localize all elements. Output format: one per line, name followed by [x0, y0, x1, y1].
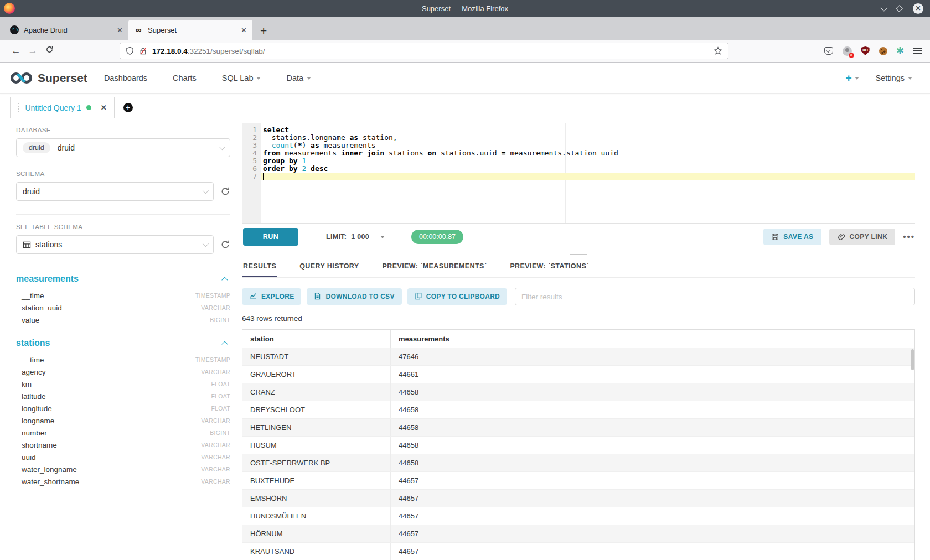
query-tab-bar: Untitled Query 1 ✕ + — [0, 94, 930, 118]
window-close-icon[interactable]: ✕ — [913, 3, 923, 14]
results-tab-preview-stations[interactable]: PREVIEW: `STATIONS` — [509, 257, 590, 277]
window-title: Superset — Mozilla Firefox — [0, 4, 930, 13]
table-row: BUXTEHUDE44657 — [242, 472, 914, 490]
settings-menu[interactable]: Settings — [876, 74, 912, 82]
window-maximize-icon[interactable] — [896, 5, 903, 12]
save-icon — [771, 233, 779, 241]
elapsed-timer-badge: 00:00:00.87 — [411, 230, 463, 244]
extension-profile-icon[interactable] — [843, 46, 852, 56]
menu-hamburger-icon[interactable] — [913, 48, 922, 54]
schema-table-header-measurements[interactable]: measurements — [16, 274, 230, 284]
cell-station: GRAUERORT — [242, 366, 391, 383]
sql-editor[interactable]: 1234567 select stations.longname as stat… — [242, 123, 915, 223]
column-header-measurements[interactable]: measurements — [391, 335, 914, 343]
cookie-extension-icon[interactable] — [879, 47, 887, 55]
line-number: 3 — [242, 142, 257, 149]
superset-logo-icon — [10, 71, 33, 85]
line-number: 5 — [242, 157, 257, 165]
file-icon — [314, 292, 321, 302]
run-button[interactable]: RUN — [243, 228, 298, 246]
results-actions-row: EXPLOREDOWNLOAD TO CSVCOPY TO CLIPBOARD — [242, 288, 915, 305]
forward-button[interactable]: → — [24, 45, 41, 56]
druid-favicon-icon — [10, 25, 19, 34]
table-value: stations — [35, 240, 62, 249]
nav-item-data[interactable]: Data — [286, 74, 311, 82]
nav-item-charts[interactable]: Charts — [173, 74, 197, 82]
column-type: FLOAT — [211, 405, 230, 412]
ublock-shield-icon[interactable]: uO — [861, 46, 870, 55]
limit-dropdown[interactable]: LIMIT: 1 000 — [326, 233, 385, 241]
cell-station: KRAUTSAND — [242, 543, 391, 560]
browser-tab-apache-druid[interactable]: Apache Druid ✕ — [4, 20, 128, 40]
schema-column-row: uuidVARCHAR — [16, 451, 230, 463]
reload-button[interactable] — [41, 45, 58, 56]
url-bar[interactable]: 172.18.0.4:32251/superset/sqllab/ — [120, 43, 728, 59]
copy-link-button[interactable]: COPY LINK — [829, 229, 896, 245]
results-tab-preview-measurements[interactable]: PREVIEW: `MEASUREMENTS` — [381, 257, 488, 277]
refresh-tables-button[interactable] — [220, 240, 230, 250]
chevron-down-icon — [908, 77, 912, 80]
window-minimize-icon[interactable] — [881, 4, 888, 11]
refresh-icon — [220, 186, 230, 196]
schema-column-row: water_shortnameVARCHAR — [16, 475, 230, 488]
superset-brand-link[interactable]: Superset — [10, 71, 87, 85]
table-row: EMSHÖRN44657 — [242, 490, 914, 507]
shield-icon[interactable] — [126, 46, 134, 55]
database-select[interactable]: druid druid — [16, 138, 230, 157]
copy-to-clipboard-button[interactable]: COPY TO CLIPBOARD — [407, 288, 507, 305]
refresh-icon — [220, 240, 230, 250]
browser-tab-superset[interactable]: ∞ Superset ✕ — [128, 20, 252, 40]
pocket-icon[interactable] — [824, 47, 833, 55]
text-cursor — [263, 173, 264, 180]
editor-code[interactable]: select stations.longname as station, cou… — [261, 123, 915, 223]
add-new-menu[interactable]: + — [845, 72, 859, 84]
table-row: NEUSTADT47646 — [242, 348, 914, 366]
tab-close-icon[interactable]: ✕ — [117, 26, 123, 34]
explore-button[interactable]: EXPLORE — [242, 288, 301, 305]
browser-tabstrip: Apache Druid ✕ ∞ Superset ✕ + — [0, 17, 930, 40]
nav-item-sql-lab[interactable]: SQL Lab — [222, 74, 261, 82]
editor-gutter: 1234567 — [242, 123, 261, 223]
pane-splitter-handle[interactable] — [242, 250, 915, 257]
new-tab-button[interactable]: + — [260, 25, 267, 37]
asterisk-extension-icon[interactable]: ✱ — [897, 46, 904, 55]
code-token: from — [263, 149, 280, 157]
column-type: VARCHAR — [201, 442, 230, 448]
save-as-button[interactable]: SAVE AS — [763, 229, 821, 245]
query-tab-close-icon[interactable]: ✕ — [101, 103, 107, 112]
cell-measurements: 44658 — [391, 423, 914, 432]
schema-column-row: agencyVARCHAR — [16, 366, 230, 378]
tab-close-icon[interactable]: ✕ — [241, 26, 247, 34]
cell-station: OSTE-SPERRWERK BP — [242, 454, 391, 471]
code-token — [263, 141, 272, 149]
table-row: HUNDSMÜHLEN44657 — [242, 507, 914, 525]
bookmark-star-icon[interactable] — [714, 46, 722, 55]
column-type: VARCHAR — [201, 466, 230, 473]
code-token: ( — [293, 141, 298, 149]
refresh-schema-button[interactable] — [220, 186, 230, 196]
table-row: GRAUERORT44661 — [242, 366, 914, 383]
results-tab-results[interactable]: RESULTS — [242, 257, 277, 277]
nav-item-dashboards[interactable]: Dashboards — [104, 74, 147, 82]
query-tab-untitled-query-1[interactable]: Untitled Query 1 ✕ — [10, 97, 115, 118]
code-line-1: select — [261, 126, 915, 134]
download-to-csv-button[interactable]: DOWNLOAD TO CSV — [307, 288, 401, 305]
column-header-station[interactable]: station — [242, 330, 391, 348]
code-line-2: stations.longname as station, — [261, 134, 915, 142]
insecure-lock-icon[interactable] — [139, 46, 147, 55]
chevron-up-icon — [221, 277, 228, 283]
filter-results-input[interactable] — [515, 288, 915, 305]
back-button[interactable]: ← — [8, 45, 24, 56]
results-tab-query-history[interactable]: QUERY HISTORY — [298, 257, 360, 277]
schema-select[interactable]: druid — [16, 182, 214, 201]
schema-column-row: station_uuidVARCHAR — [16, 302, 230, 314]
table-scrollbar-thumb[interactable] — [911, 349, 914, 370]
column-name: agency — [22, 368, 46, 376]
new-query-tab-button[interactable]: + — [123, 103, 133, 112]
column-type: VARCHAR — [201, 454, 230, 460]
table-select[interactable]: stations — [16, 235, 214, 254]
schema-table-header-stations[interactable]: stations — [16, 338, 230, 348]
drag-handle-icon[interactable] — [18, 103, 19, 113]
more-actions-button[interactable]: ••• — [903, 232, 915, 241]
cell-measurements: 44657 — [391, 530, 914, 538]
